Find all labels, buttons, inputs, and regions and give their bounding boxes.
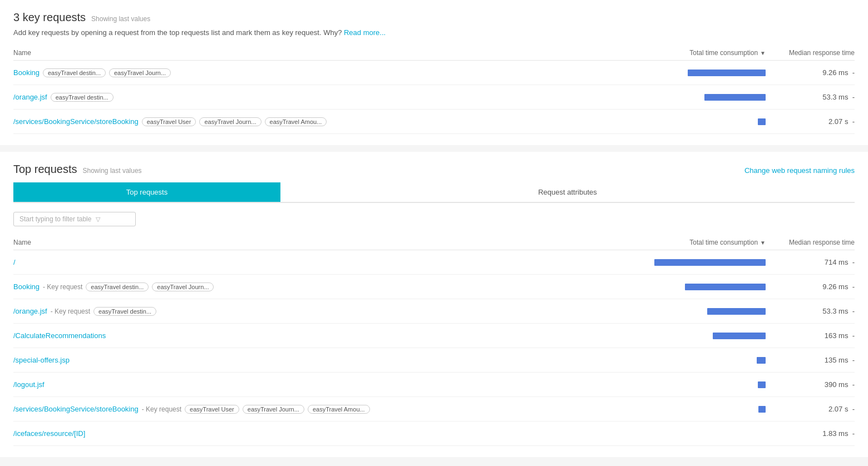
time-bar (757, 357, 766, 364)
time-bar (758, 381, 766, 388)
bar-container (621, 70, 766, 76)
row-name: /services/BookingService/storeBooking ea… (13, 117, 621, 126)
request-link[interactable]: /icefaces/resource/[ID] (13, 429, 85, 438)
time-bar (713, 333, 766, 339)
filter-container: Start typing to filter table ▽ (13, 212, 855, 226)
bar-container (621, 118, 766, 125)
median-value: 1.83 ms - (766, 429, 855, 438)
bar-container (621, 94, 766, 101)
change-naming-link[interactable]: Change web request naming rules (744, 166, 855, 175)
request-link[interactable]: Booking (13, 68, 40, 77)
tag: easyTravel destin... (51, 93, 114, 102)
request-link[interactable]: /special-offers.jsp (13, 356, 70, 364)
request-link[interactable]: /orange.jsf (13, 307, 47, 315)
bar-container (621, 333, 766, 339)
tab-top-requests[interactable]: Top requests (13, 182, 280, 202)
top-requests-header: Top requests Showing last values Change … (13, 163, 855, 176)
bar-container (621, 430, 766, 437)
table-row: /services/BookingService/storeBooking - … (13, 397, 855, 422)
request-link[interactable]: /logout.jsf (13, 380, 45, 389)
col-name-header: Name (13, 239, 621, 246)
tag: easyTravel User (185, 405, 239, 414)
request-link[interactable]: /orange.jsf (13, 93, 47, 101)
bar-container (621, 259, 766, 266)
request-link[interactable]: /services/BookingService/storeBooking (13, 405, 139, 413)
filter-icon: ▽ (96, 216, 100, 223)
median-value: 163 ms - (766, 331, 855, 340)
col-median-header: Median response time (766, 239, 855, 246)
table-row: Booking easyTravel destin... easyTravel … (13, 61, 855, 85)
row-name: Booking - Key request easyTravel destin.… (13, 282, 621, 291)
top-requests-showing: Showing last values (83, 167, 142, 175)
key-requests-title: 3 key requests (13, 11, 86, 24)
time-bar (704, 94, 766, 101)
tag: easyTravel Journ... (109, 68, 171, 77)
tab-request-attributes[interactable]: Request attributes (280, 182, 855, 202)
time-bar (688, 70, 766, 76)
table-row: /icefaces/resource/[ID] 1.83 ms - (13, 422, 855, 446)
top-requests-section: Top requests Showing last values Change … (0, 152, 868, 457)
col-median-header: Median response time (766, 49, 855, 57)
median-value: 53.3 ms - (766, 93, 855, 101)
table-row: /services/BookingService/storeBooking ea… (13, 110, 855, 134)
key-request-label: - Key request (43, 283, 82, 291)
tabs-bar: Top requests Request attributes (13, 182, 855, 203)
row-name: Booking easyTravel destin... easyTravel … (13, 68, 621, 77)
time-bar (685, 284, 766, 290)
col-time-header: Total time consumption ▼ (621, 239, 766, 246)
key-requests-description: Add key requests by opening a request fr… (13, 28, 855, 37)
row-name: / (13, 258, 621, 266)
top-requests-table: Name Total time consumption ▼ Median res… (13, 235, 855, 446)
table-row: /logout.jsf 390 ms - (13, 373, 855, 397)
key-requests-table-header: Name Total time consumption ▼ Median res… (13, 46, 855, 61)
row-name: /orange.jsf - Key request easyTravel des… (13, 307, 621, 316)
row-name: /orange.jsf easyTravel destin... (13, 93, 621, 102)
tag: easyTravel Amou... (265, 117, 327, 126)
bar-container (621, 381, 766, 388)
time-bar (758, 406, 766, 413)
median-value: 2.07 s - (766, 117, 855, 126)
key-requests-table: Name Total time consumption ▼ Median res… (13, 46, 855, 134)
tag: easyTravel User (142, 117, 196, 126)
top-requests-title: Top requests (13, 163, 77, 176)
table-row: /special-offers.jsp 135 ms - (13, 348, 855, 373)
table-row: Booking - Key request easyTravel destin.… (13, 275, 855, 299)
read-more-link[interactable]: Read more... (344, 28, 386, 37)
row-name: /logout.jsf (13, 380, 621, 389)
row-name: /CalculateRecommendations (13, 331, 621, 340)
tag: easyTravel Journ... (243, 405, 304, 414)
key-request-label: - Key request (51, 308, 90, 315)
tag: easyTravel Journ... (152, 282, 214, 291)
table-row: /CalculateRecommendations 163 ms - (13, 324, 855, 348)
request-link[interactable]: Booking (13, 282, 40, 291)
median-value: 714 ms - (766, 258, 855, 266)
table-row: / 714 ms - (13, 250, 855, 275)
bar-container (621, 357, 766, 364)
col-time-header: Total time consumption ▼ (621, 49, 766, 57)
bar-container (621, 406, 766, 413)
request-link[interactable]: / (13, 258, 16, 266)
key-requests-header: 3 key requests Showing last values (13, 11, 855, 24)
filter-input-wrapper[interactable]: Start typing to filter table ▽ (13, 212, 136, 226)
key-requests-showing: Showing last values (91, 15, 150, 23)
tag: easyTravel Amou... (308, 405, 370, 414)
time-bar (758, 118, 766, 125)
key-request-label: - Key request (142, 405, 181, 413)
table-row: /orange.jsf - Key request easyTravel des… (13, 299, 855, 324)
bar-container (621, 284, 766, 290)
median-value: 9.26 ms - (766, 282, 855, 291)
key-requests-section: 3 key requests Showing last values Add k… (0, 0, 868, 145)
request-link[interactable]: /CalculateRecommendations (13, 331, 106, 340)
row-name: /special-offers.jsp (13, 356, 621, 364)
tag: easyTravel destin... (43, 68, 106, 77)
col-name-header: Name (13, 49, 621, 57)
median-value: 2.07 s - (766, 405, 855, 413)
filter-placeholder-text: Start typing to filter table (19, 215, 91, 223)
tag: easyTravel destin... (86, 282, 149, 291)
time-bar (707, 308, 766, 315)
median-value: 9.26 ms - (766, 68, 855, 77)
median-value: 390 ms - (766, 380, 855, 389)
sort-arrow-icon: ▼ (760, 240, 766, 246)
tag: easyTravel Journ... (199, 117, 261, 126)
request-link[interactable]: /services/BookingService/storeBooking (13, 117, 139, 126)
